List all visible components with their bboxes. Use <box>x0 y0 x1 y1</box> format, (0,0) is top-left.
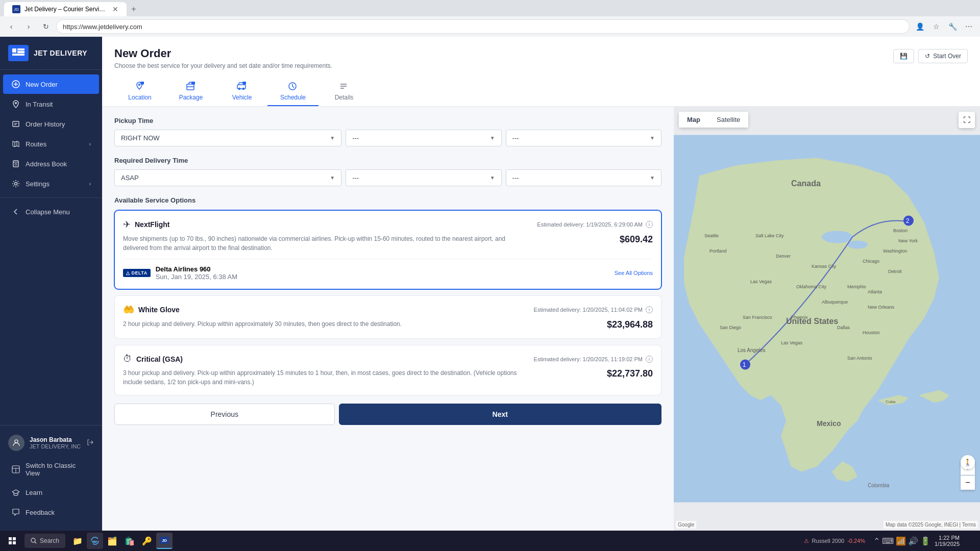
svg-rect-73 <box>9 541 12 544</box>
start-over-button[interactable]: ↺ Start Over <box>918 49 968 63</box>
taskbar-app-files[interactable]: 🗂️ <box>104 533 120 549</box>
avatar <box>8 435 24 451</box>
back-button[interactable]: ‹ <box>4 19 18 34</box>
sidebar-item-feedback[interactable]: Feedback <box>3 503 99 522</box>
info-icon[interactable]: i <box>646 306 653 313</box>
collapse-label: Collapse Menu <box>26 208 70 216</box>
satellite-view-button[interactable]: Satellite <box>708 112 748 128</box>
tab-schedule[interactable]: Schedule <box>267 78 318 106</box>
tab-close-icon[interactable]: ✕ <box>112 5 118 13</box>
user-info: Jason Barbata JET DELIVERY, INC <box>0 430 102 456</box>
chevron-right-icon: › <box>89 181 91 187</box>
taskbar-search[interactable]: Search <box>24 534 65 548</box>
service-description: 2 hour pickup and delivery. Pickup withi… <box>123 319 402 329</box>
sidebar: JET DELIVERY New Order In Transit <box>0 37 102 531</box>
sidebar-item-label: Routes <box>26 140 46 148</box>
pickup-time-dropdown1[interactable]: RIGHT NOW ▼ <box>114 130 341 146</box>
svg-text:Atlanta: Atlanta <box>868 289 882 294</box>
airline-info: △ DELTA Delta Airlines 960 Sun, Jan 19, … <box>123 259 653 281</box>
sidebar-item-switch-classic[interactable]: Switch to Classic View <box>3 457 99 482</box>
collapse-icon <box>11 207 20 216</box>
new-tab-button[interactable]: + <box>127 2 141 16</box>
more-icon[interactable]: ⋯ <box>962 19 976 34</box>
map-expand-button[interactable]: ⛶ <box>959 112 975 128</box>
pickup-time-dropdown2[interactable]: --- ▼ <box>346 130 501 146</box>
svg-point-17 <box>15 440 18 443</box>
map-terms: Map data ©2025 Google, INEGI | Terms <box>884 521 978 529</box>
forward-button[interactable]: › <box>21 19 36 34</box>
zoom-out-button[interactable]: − <box>961 475 975 490</box>
service-card-critical-gsa[interactable]: ⏱ Critical (GSA) Estimated delivery: 1/2… <box>114 345 662 395</box>
sidebar-item-in-transit[interactable]: In Transit <box>3 94 99 114</box>
extension-icon[interactable]: 🔧 <box>945 19 960 34</box>
sidebar-item-collapse[interactable]: Collapse Menu <box>3 202 99 221</box>
sidebar-nav: New Order In Transit Order History <box>0 70 102 425</box>
sidebar-item-address-book[interactable]: Address Book <box>3 154 99 173</box>
map-view-button[interactable]: Map <box>679 112 708 128</box>
browser-tab[interactable]: JD Jet Delivery – Courier Service, Sa...… <box>4 2 127 16</box>
svg-rect-71 <box>9 537 12 540</box>
stock-indicator[interactable]: ⚠ Russell 2000 -0.24% <box>800 536 869 546</box>
service-title: 🤲 White Glove <box>123 304 180 315</box>
delivery-dropdown1[interactable]: ASAP ▼ <box>114 169 341 186</box>
taskbar-time[interactable]: 1:22 PM 1/19/2025 <box>935 535 960 547</box>
save-button[interactable]: 💾 <box>893 49 914 63</box>
info-icon[interactable]: i <box>646 356 653 363</box>
address-bar[interactable]: https://www.jetdelivery.com <box>56 19 910 34</box>
sidebar-bottom: Jason Barbata JET DELIVERY, INC Switch t… <box>0 425 102 531</box>
graduation-icon <box>11 488 20 497</box>
delivery-dropdown3[interactable]: --- ▼ <box>506 169 662 186</box>
street-view-button[interactable]: 🚶 <box>961 455 975 469</box>
see-options-button[interactable]: See All Options <box>615 270 653 276</box>
tab-details[interactable]: Details <box>318 78 370 106</box>
next-button[interactable]: Next <box>339 404 662 425</box>
svg-point-21 <box>139 84 140 86</box>
location-icon <box>11 99 20 109</box>
audio-icon[interactable]: 🔊 <box>908 536 918 546</box>
user-details: Jason Barbata JET DELIVERY, INC <box>30 436 82 449</box>
start-button[interactable] <box>4 533 20 549</box>
svg-point-29 <box>242 82 246 85</box>
map-area: 1 2 Los Angeles San Diego San Francisco … <box>674 107 980 531</box>
service-card-white-glove[interactable]: 🤲 White Glove Estimated delivery: 1/20/2… <box>114 295 662 339</box>
browser-actions: 👤 ☆ 🔧 ⋯ <box>913 19 976 34</box>
network-icon[interactable]: 📶 <box>896 536 906 546</box>
tab-location[interactable]: Location <box>114 78 165 106</box>
show-desktop-button[interactable] <box>964 533 976 549</box>
tab-vehicle[interactable]: Vehicle <box>216 78 267 106</box>
taskbar-app-explorer[interactable]: 📁 <box>69 533 86 549</box>
profile-icon[interactable]: 👤 <box>913 19 927 34</box>
previous-button[interactable]: Previous <box>114 404 335 425</box>
sidebar-item-settings[interactable]: Settings › <box>3 174 99 193</box>
sidebar-item-learn[interactable]: Learn <box>3 483 99 502</box>
svg-text:Mexico: Mexico <box>817 419 841 428</box>
taskbar-active-browser[interactable]: JD <box>156 533 173 549</box>
info-icon[interactable]: i <box>646 221 653 228</box>
chevron-down-icon: ▼ <box>650 135 655 141</box>
service-price: $23,964.88 <box>607 319 653 330</box>
taskbar-app-edge[interactable] <box>87 533 103 549</box>
svg-text:Dallas: Dallas <box>837 325 850 330</box>
details-tab-icon <box>339 82 349 92</box>
airline-text: Delta Airlines 960 Sun, Jan 19, 2025, 6:… <box>156 265 237 281</box>
star-icon[interactable]: ☆ <box>929 19 943 34</box>
tab-package[interactable]: Package <box>165 78 216 106</box>
sidebar-item-new-order[interactable]: New Order <box>3 74 99 94</box>
pickup-time-dropdown3[interactable]: --- ▼ <box>506 130 662 146</box>
taskbar-app-keepass[interactable]: 🔑 <box>139 533 155 549</box>
sidebar-item-label: Settings <box>26 180 50 188</box>
logout-button[interactable] <box>87 439 94 447</box>
service-card-nextflight[interactable]: ✈ NextFlight Estimated delivery: 1/19/20… <box>114 210 662 289</box>
battery-icon[interactable]: 🔋 <box>920 536 930 546</box>
required-delivery-dropdowns: ASAP ▼ --- ▼ --- ▼ <box>114 169 662 186</box>
keyboard-icon[interactable]: ⌨ <box>882 536 894 546</box>
service-description: 3 hour pickup and delivery. Pick-up with… <box>123 368 521 387</box>
taskbar-app-store[interactable]: 🛍️ <box>121 533 138 549</box>
sidebar-item-routes[interactable]: Routes › <box>3 134 99 154</box>
chevron-up-icon[interactable]: ⌃ <box>873 536 880 546</box>
form-section: Pickup Time RIGHT NOW ▼ --- ▼ --- ▼ <box>102 107 674 531</box>
refresh-button[interactable]: ↻ <box>39 19 53 34</box>
delivery-dropdown2[interactable]: --- ▼ <box>346 169 501 186</box>
sidebar-item-order-history[interactable]: Order History <box>3 114 99 134</box>
page-title: New Order <box>114 47 332 60</box>
